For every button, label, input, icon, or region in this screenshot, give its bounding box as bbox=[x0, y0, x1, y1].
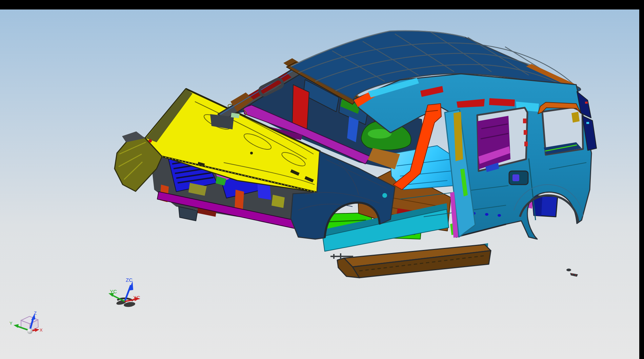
clamp-red-dot bbox=[572, 274, 573, 275]
top-black-bar bbox=[0, 0, 644, 9]
view-label-y: Y bbox=[9, 321, 13, 326]
fender-red-mark bbox=[148, 139, 152, 143]
cad-application-window: ZC YC XC Z Y X bbox=[0, 0, 644, 359]
wcs-label-zc: ZC bbox=[126, 277, 133, 283]
pillar-chip-cyan bbox=[586, 122, 589, 124]
handle-blue-part bbox=[512, 174, 519, 181]
rail-red-segment bbox=[489, 98, 515, 106]
triad-origin-ball bbox=[27, 329, 33, 334]
pillar-chip-red bbox=[585, 102, 588, 104]
quarter-window[interactable] bbox=[542, 107, 583, 155]
fender-grommet bbox=[382, 193, 387, 198]
view-label-z: Z bbox=[34, 311, 37, 316]
clamp-red-dot bbox=[575, 275, 576, 276]
wcs-label-yc: YC bbox=[110, 289, 117, 294]
window-bracket-tab bbox=[571, 112, 580, 123]
door-handle-pocket[interactable] bbox=[509, 171, 528, 185]
wcs-label-xc: XC bbox=[133, 295, 140, 300]
right-black-bar bbox=[639, 0, 644, 359]
view-label-x: X bbox=[40, 328, 43, 333]
cad-3d-viewport[interactable]: ZC YC XC Z Y X bbox=[0, 0, 644, 359]
